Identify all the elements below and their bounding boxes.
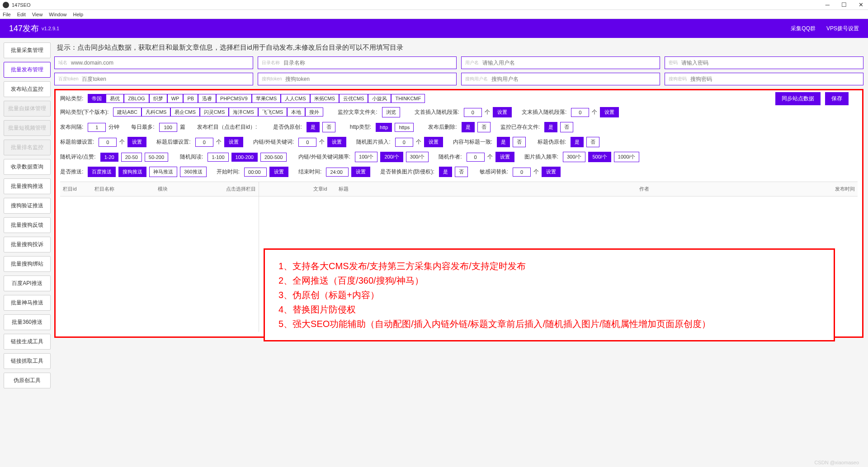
lf-opt-1[interactable]: 200/个 bbox=[380, 152, 403, 162]
menu-file[interactable]: File bbox=[3, 12, 11, 17]
sidebar-item-0[interactable]: 批量采集管理 bbox=[4, 42, 51, 58]
rr-opt-0[interactable]: 1-100 bbox=[208, 153, 228, 162]
sidebar-item-9[interactable]: 批量搜狗反馈 bbox=[4, 217, 51, 233]
text-input[interactable] bbox=[491, 76, 656, 82]
monitor-exist-yes[interactable]: 是 bbox=[544, 122, 557, 132]
doc-end-set-button[interactable]: 设置 bbox=[600, 107, 619, 117]
header-link-vps[interactable]: VPS拨号设置 bbox=[826, 25, 859, 33]
delete-after-no[interactable]: 否 bbox=[477, 122, 491, 132]
text-input[interactable] bbox=[681, 60, 859, 66]
replace-img-no[interactable]: 否 bbox=[455, 167, 468, 177]
column-table-body[interactable] bbox=[60, 196, 259, 332]
push-baidu[interactable]: 百度推送 bbox=[88, 167, 116, 177]
daily-max-val[interactable]: 100 bbox=[159, 123, 177, 132]
opt-搜外[interactable]: 搜外 bbox=[305, 107, 323, 117]
sidebar-item-11[interactable]: 批量搜狗绑站 bbox=[4, 256, 51, 272]
minimize-icon[interactable]: ─ bbox=[824, 1, 831, 8]
text-input[interactable] bbox=[285, 76, 453, 82]
rand-author-val[interactable]: 0 bbox=[467, 153, 485, 162]
sync-button[interactable]: 同步站点数据 bbox=[775, 92, 821, 105]
link-kw-val[interactable]: 0 bbox=[298, 138, 316, 147]
push-sogou[interactable]: 搜狗推送 bbox=[118, 167, 146, 177]
sidebar-item-10[interactable]: 批量搜狗投诉 bbox=[4, 237, 51, 252]
opt-人人CMS[interactable]: 人人CMS bbox=[281, 94, 310, 103]
sidebar-item-8[interactable]: 搜狗验证推送 bbox=[4, 198, 51, 214]
opt-易优[interactable]: 易优 bbox=[106, 94, 124, 103]
menu-help[interactable]: Help bbox=[73, 12, 83, 17]
rand-img-set[interactable]: 设置 bbox=[424, 137, 443, 147]
opt-易企CMS[interactable]: 易企CMS bbox=[170, 107, 199, 117]
sidebar-item-5[interactable]: 批量排名监控 bbox=[4, 140, 51, 155]
opt-PB[interactable]: PB bbox=[183, 94, 198, 103]
interval-val[interactable]: 1 bbox=[88, 123, 106, 132]
sidebar-item-17[interactable]: 伪原创工具 bbox=[4, 373, 51, 388]
rc-opt-1[interactable]: 20-50 bbox=[121, 153, 142, 162]
monitor-exist-no[interactable]: 否 bbox=[560, 122, 573, 132]
opt-海洋CMS[interactable]: 海洋CMS bbox=[229, 107, 258, 117]
rand-author-set[interactable]: 设置 bbox=[495, 152, 514, 162]
sidebar-item-13[interactable]: 批量神马推送 bbox=[4, 295, 51, 311]
sidebar-item-14[interactable]: 批量360推送 bbox=[4, 314, 51, 330]
opt-THINKCMF[interactable]: THINKCMF bbox=[391, 94, 425, 103]
sidebar-item-15[interactable]: 链接生成工具 bbox=[4, 334, 51, 350]
text-input[interactable] bbox=[82, 76, 249, 82]
start-time-set[interactable]: 设置 bbox=[269, 167, 288, 177]
text-input[interactable] bbox=[690, 76, 859, 82]
rr-opt-1[interactable]: 100-200 bbox=[231, 153, 258, 162]
sidebar-item-12[interactable]: 百度API推送 bbox=[4, 276, 51, 291]
content-match-no[interactable]: 否 bbox=[513, 137, 526, 147]
sidebar-item-16[interactable]: 链接抓取工具 bbox=[4, 353, 51, 369]
if-opt-1[interactable]: 500/个 bbox=[588, 152, 611, 162]
close-icon[interactable]: ✕ bbox=[857, 1, 865, 8]
maximize-icon[interactable]: ☐ bbox=[840, 1, 849, 8]
save-button[interactable]: 保存 bbox=[825, 92, 849, 105]
https-opt[interactable]: https bbox=[395, 123, 414, 132]
if-opt-2[interactable]: 1000/个 bbox=[614, 152, 640, 162]
opt-WP[interactable]: WP bbox=[167, 94, 184, 103]
header-link-qq[interactable]: 采集QQ群 bbox=[791, 25, 816, 33]
if-opt-0[interactable]: 300/个 bbox=[563, 152, 585, 162]
opt-帝国[interactable]: 帝国 bbox=[88, 94, 106, 103]
browse-button[interactable]: 浏览 bbox=[382, 107, 400, 117]
sidebar-item-3[interactable]: 批量自媒体管理 bbox=[4, 101, 51, 117]
lf-opt-0[interactable]: 100/个 bbox=[355, 152, 377, 162]
lf-opt-2[interactable]: 300/个 bbox=[406, 152, 429, 162]
title-fake-no[interactable]: 否 bbox=[586, 137, 599, 147]
menu-edit[interactable]: Edit bbox=[17, 12, 26, 17]
opt-织梦[interactable]: 织梦 bbox=[149, 94, 167, 103]
sidebar-item-7[interactable]: 批量搜狗推送 bbox=[4, 178, 51, 194]
end-time-set[interactable]: 设置 bbox=[351, 167, 370, 177]
opt-米拓CMS[interactable]: 米拓CMS bbox=[310, 94, 339, 103]
sidebar-item-6[interactable]: 收录数据查询 bbox=[4, 159, 51, 175]
doc-start-set-button[interactable]: 设置 bbox=[493, 107, 512, 117]
delete-after-yes[interactable]: 是 bbox=[462, 122, 475, 132]
sidebar-item-1[interactable]: 批量发布管理 bbox=[4, 62, 51, 78]
opt-PHPCMSV9[interactable]: PHPCMSV9 bbox=[216, 94, 252, 103]
text-input[interactable] bbox=[283, 60, 453, 66]
opt-云优CMS[interactable]: 云优CMS bbox=[339, 94, 368, 103]
replace-img-yes[interactable]: 是 bbox=[439, 167, 452, 177]
title-fake-yes[interactable]: 是 bbox=[571, 137, 584, 147]
rc-opt-2[interactable]: 50-200 bbox=[145, 153, 168, 162]
doc-end-val[interactable]: 0 bbox=[571, 108, 589, 117]
opt-本地[interactable]: 本地 bbox=[287, 107, 305, 117]
content-match-yes[interactable]: 是 bbox=[497, 137, 510, 147]
opt-小旋风[interactable]: 小旋风 bbox=[368, 94, 391, 103]
rr-opt-2[interactable]: 200-500 bbox=[260, 153, 287, 162]
start-time-val[interactable]: 00:00 bbox=[244, 168, 267, 177]
fake-orig-no[interactable]: 否 bbox=[322, 122, 335, 132]
title-prefix-val[interactable]: 0 bbox=[99, 138, 117, 147]
title-suffix-set[interactable]: 设置 bbox=[224, 137, 243, 147]
rand-img-val[interactable]: 0 bbox=[395, 138, 413, 147]
title-prefix-set[interactable]: 设置 bbox=[127, 137, 146, 147]
opt-凡科CMS[interactable]: 凡科CMS bbox=[142, 107, 170, 117]
sidebar-item-4[interactable]: 批量短视频管理 bbox=[4, 120, 51, 136]
push-shenma[interactable]: 神马推送 bbox=[149, 167, 177, 177]
opt-迅睿[interactable]: 迅睿 bbox=[198, 94, 216, 103]
sidebar-item-2[interactable]: 发布站点监控 bbox=[4, 81, 51, 97]
text-input[interactable] bbox=[71, 60, 249, 66]
opt-建站ABC[interactable]: 建站ABC bbox=[113, 107, 142, 117]
title-suffix-val[interactable]: 0 bbox=[195, 138, 213, 147]
menu-view[interactable]: View bbox=[32, 12, 43, 17]
opt-苹果CMS[interactable]: 苹果CMS bbox=[252, 94, 281, 103]
